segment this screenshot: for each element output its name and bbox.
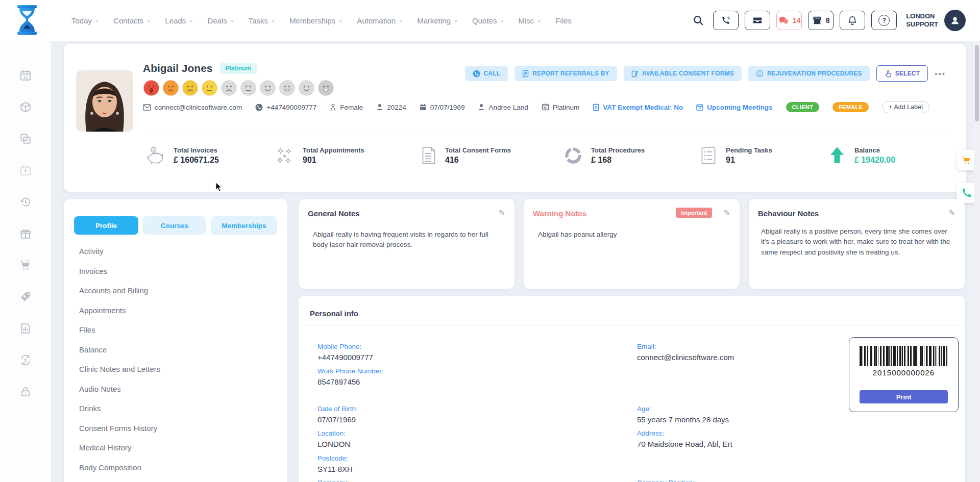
nav-memberships[interactable]: Memberships⌄ bbox=[289, 16, 343, 25]
select-button[interactable]: SELECT bbox=[876, 65, 928, 82]
cart-icon[interactable] bbox=[19, 259, 32, 272]
mood-face-10[interactable] bbox=[317, 80, 334, 96]
nav-automation[interactable]: Automation⌄ bbox=[357, 16, 403, 25]
sidebar-item-activity[interactable]: Activity bbox=[79, 247, 160, 256]
sidebar-item-appointments[interactable]: Appointments bbox=[79, 306, 160, 315]
search-icon[interactable] bbox=[693, 15, 704, 26]
edit-pencil-icon[interactable]: ✎ bbox=[499, 208, 505, 218]
sidebar-item-accounts-billing[interactable]: Accounts and Billing bbox=[79, 286, 160, 295]
calendar-icon bbox=[420, 104, 427, 111]
behaviour-notes-card: Behaviour Notes ✎ Abigail really is a po… bbox=[749, 199, 965, 289]
scrollbar-thumb[interactable] bbox=[975, 45, 979, 121]
chevron-down-icon: ⌄ bbox=[94, 17, 100, 23]
personal-info-title: Personal info bbox=[310, 309, 358, 318]
vat-exempt-link[interactable]: VAT Exempt Medical: No bbox=[593, 104, 683, 111]
nav-contacts[interactable]: Contacts⌄ bbox=[113, 16, 151, 25]
general-notes-card: General Notes ✎ Abigail really is having… bbox=[299, 199, 514, 289]
nav-quotes[interactable]: Quotes⌄ bbox=[472, 16, 504, 25]
edit-pencil-icon[interactable]: ✎ bbox=[724, 208, 730, 218]
report-referrals-button[interactable]: REPORT REFERRALS BY bbox=[514, 66, 617, 81]
calendar-icon[interactable]: 12 bbox=[19, 69, 32, 82]
sidebar-item-drinks[interactable]: Drinks bbox=[79, 404, 160, 413]
rejuvenation-button[interactable]: REJUVENATION PROCEDURES bbox=[748, 66, 870, 81]
notifications-button[interactable] bbox=[840, 11, 865, 30]
sidebar-item-invoices[interactable]: Invoices bbox=[79, 267, 160, 275]
help-button[interactable]: ? bbox=[871, 11, 897, 30]
sidebar-item-audio-notes[interactable]: Audio Notes bbox=[79, 385, 160, 393]
nav-misc[interactable]: Misc⌄ bbox=[519, 16, 542, 25]
account-name[interactable]: LONDON SUPPORT bbox=[906, 12, 938, 29]
warning-notes-body: Abigail has peanut allergy bbox=[538, 230, 714, 240]
sidebar-item-medical-history[interactable]: Medical History bbox=[79, 443, 160, 452]
mood-face-8[interactable] bbox=[279, 80, 296, 96]
call-button[interactable]: CALL bbox=[465, 66, 508, 81]
print-button[interactable]: Print bbox=[860, 390, 948, 403]
vat-doc-icon bbox=[593, 104, 599, 111]
svg-text:12: 12 bbox=[23, 75, 28, 80]
nav-marketing[interactable]: Marketing⌄ bbox=[417, 16, 458, 25]
mood-face-4[interactable] bbox=[201, 80, 218, 96]
avatar[interactable] bbox=[944, 10, 966, 31]
client-nav-panel: Profile Courses Memberships Activity Inv… bbox=[64, 199, 287, 482]
mood-face-6[interactable] bbox=[240, 80, 257, 96]
nav-deals[interactable]: Deals⌄ bbox=[207, 16, 234, 25]
person-sync-icon[interactable] bbox=[19, 353, 32, 367]
gift-icon[interactable] bbox=[19, 227, 32, 240]
meeting-calendar-icon: 12 bbox=[696, 104, 703, 111]
client-email[interactable]: connect@clinicsoftware.com bbox=[143, 104, 242, 111]
label-female[interactable]: FEMALE bbox=[832, 102, 869, 112]
sidebar-item-balance[interactable]: Balance bbox=[79, 345, 160, 354]
copy-icon[interactable] bbox=[19, 132, 32, 145]
sidebar-item-clinic-notes[interactable]: Clinic Notes and Letters bbox=[79, 365, 160, 373]
dialer-button[interactable] bbox=[713, 11, 739, 30]
consent-forms-button[interactable]: AVAILABLE CONSENT FORMS bbox=[624, 66, 742, 81]
tab-memberships[interactable]: Memberships bbox=[211, 216, 277, 235]
nav-tasks[interactable]: Tasks⌄ bbox=[249, 16, 276, 25]
nav-today[interactable]: Today⌄ bbox=[71, 16, 100, 25]
mood-face-9[interactable] bbox=[298, 80, 315, 96]
sidebar-item-files[interactable]: Files bbox=[79, 325, 160, 334]
tab-courses[interactable]: Courses bbox=[143, 216, 206, 235]
mood-face-5[interactable] bbox=[220, 80, 237, 96]
general-notes-body: Abigail really is having frequent visits… bbox=[313, 230, 489, 250]
history-icon[interactable] bbox=[19, 195, 32, 209]
mood-face-3[interactable] bbox=[182, 80, 199, 96]
email-icon bbox=[143, 104, 151, 111]
upcoming-meetings-link[interactable]: 12 Upcoming Meetings bbox=[696, 104, 772, 111]
add-label-button[interactable]: + Add Label bbox=[882, 101, 929, 113]
consent-form-icon bbox=[631, 70, 639, 78]
mood-face-7[interactable] bbox=[259, 80, 276, 96]
inbox-button[interactable] bbox=[745, 11, 770, 30]
price-tag-icon[interactable]: $ bbox=[19, 290, 32, 303]
mood-faces[interactable] bbox=[143, 80, 334, 96]
lock-icon[interactable] bbox=[19, 385, 32, 398]
field-postcode: Postcode:SY11 8XH bbox=[317, 454, 353, 473]
chevron-down-icon: ⌄ bbox=[146, 17, 151, 23]
stat-total-invoices: $ Total Invoices£ 160671.25 bbox=[145, 145, 219, 166]
tab-profile[interactable]: Profile bbox=[74, 216, 138, 235]
store-button[interactable]: 8 bbox=[808, 11, 834, 30]
sidebar-item-body-composition[interactable]: Body Composition bbox=[79, 463, 160, 472]
chat-button[interactable]: 14 bbox=[776, 11, 802, 30]
report-icon bbox=[522, 70, 529, 78]
nav-leads[interactable]: Leads⌄ bbox=[165, 16, 193, 25]
nav-files[interactable]: Files bbox=[555, 16, 572, 25]
app-logo[interactable] bbox=[13, 4, 41, 36]
rejuvenation-icon bbox=[756, 70, 764, 78]
sidebar-item-consent-history[interactable]: Consent Forms History bbox=[79, 424, 160, 433]
scrollbar-track[interactable] bbox=[974, 0, 980, 482]
store-count-badge: 8 bbox=[826, 16, 830, 24]
mood-face-1[interactable] bbox=[143, 80, 160, 96]
report-chart-icon[interactable] bbox=[19, 322, 32, 335]
client-photo[interactable] bbox=[76, 70, 133, 132]
calendar-import-icon[interactable] bbox=[19, 164, 32, 177]
edit-pencil-icon[interactable]: ✎ bbox=[949, 208, 955, 218]
chevron-down-icon: ⌄ bbox=[453, 17, 458, 23]
tier-badge: Platinum bbox=[220, 63, 257, 74]
client-phone[interactable]: +447490009777 bbox=[255, 104, 316, 111]
chat-bubbles-icon bbox=[778, 16, 789, 25]
more-options-button[interactable]: ••• bbox=[935, 69, 946, 78]
label-client[interactable]: CLIENT bbox=[786, 102, 820, 112]
mood-face-2[interactable] bbox=[162, 80, 179, 96]
package-icon[interactable] bbox=[19, 100, 32, 114]
